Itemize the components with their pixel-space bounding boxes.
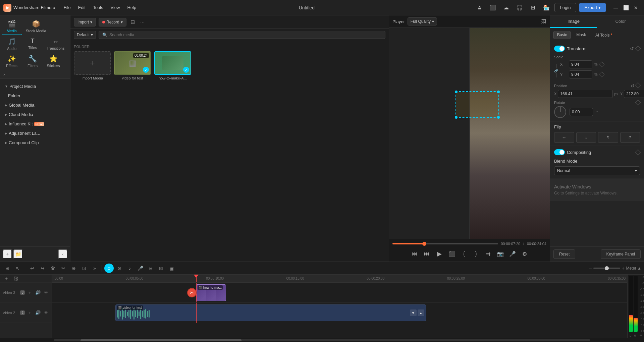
maximize-button[interactable]: ⬜ bbox=[621, 3, 631, 12]
progress-thumb[interactable] bbox=[422, 242, 426, 246]
selection-box[interactable] bbox=[455, 91, 499, 118]
list-item[interactable]: ✓ how-to-make-A... bbox=[154, 51, 191, 80]
audio-end-btn-1[interactable]: ▼ bbox=[410, 309, 417, 316]
video3-eye-button[interactable]: 👁 bbox=[43, 289, 49, 296]
export-button[interactable]: Export ▾ bbox=[579, 3, 606, 12]
play-pause-button[interactable]: ▶ bbox=[434, 248, 445, 260]
undo-button[interactable]: ↩ bbox=[28, 264, 37, 273]
selection-handle-tl[interactable] bbox=[455, 91, 458, 93]
snapshot-button[interactable]: 📷 bbox=[495, 249, 505, 259]
tab-stickers[interactable]: ⭐ Stickers bbox=[43, 53, 63, 69]
delete-button[interactable]: 🗑 bbox=[48, 264, 58, 273]
video-thumbnail-2[interactable]: ✓ bbox=[154, 51, 191, 75]
skip-back-button[interactable]: ⏮ bbox=[410, 249, 420, 259]
link-track-button[interactable]: ⛓ bbox=[12, 275, 19, 282]
rotate-input[interactable] bbox=[570, 108, 593, 116]
nav-item-influence-kit[interactable]: ▶ Influence Kit NEW bbox=[1, 119, 69, 128]
meter-label[interactable]: Meter ▲ bbox=[626, 266, 641, 271]
tab-media[interactable]: 🎬 Media bbox=[2, 18, 22, 35]
position-x-input[interactable] bbox=[558, 90, 613, 98]
video-thumbnail-1[interactable]: 00:00:24 ▦ ✓ bbox=[114, 51, 151, 75]
menu-edit[interactable]: Edit bbox=[75, 3, 89, 12]
scale-x-input[interactable] bbox=[569, 60, 592, 68]
position-y-input[interactable] bbox=[624, 90, 644, 98]
scale-y-input[interactable] bbox=[569, 70, 592, 78]
subtitle-button[interactable]: ⊟ bbox=[146, 264, 155, 273]
narration-button[interactable]: 🎤 bbox=[136, 264, 145, 273]
audio-end-btn-2[interactable]: ▲ bbox=[418, 309, 424, 316]
menu-help[interactable]: Help bbox=[124, 3, 140, 12]
monitor-icon[interactable]: 🖥 bbox=[474, 2, 485, 13]
crop-button[interactable]: ⊡ bbox=[79, 264, 89, 273]
progress-track[interactable] bbox=[392, 243, 498, 244]
multicam-button[interactable]: ⊠ bbox=[156, 264, 166, 273]
list-item[interactable]: 00:00:24 ▦ ✓ video for test bbox=[114, 51, 151, 80]
transform-reset-button[interactable]: ↺ bbox=[630, 46, 634, 51]
close-button[interactable]: ✕ bbox=[631, 3, 641, 12]
nav-item-cloud-media[interactable]: ▶ Cloud Media bbox=[1, 110, 69, 119]
import-placeholder[interactable]: + bbox=[74, 51, 111, 75]
select-tool-button[interactable]: ↖ bbox=[13, 264, 22, 273]
filter-sort-button[interactable]: ⊟ bbox=[129, 17, 136, 26]
tab-effects[interactable]: ✨ Effects bbox=[2, 53, 22, 69]
video2-volume-button[interactable]: 🔊 bbox=[35, 309, 41, 316]
tab-image[interactable]: Image bbox=[550, 15, 597, 28]
subtab-mask[interactable]: Mask bbox=[573, 31, 590, 39]
nav-item-global-media[interactable]: ▶ Global Media bbox=[1, 101, 69, 110]
tabs-expand-button[interactable]: › bbox=[2, 70, 6, 78]
voiceover-button[interactable]: 🎤 bbox=[507, 249, 518, 259]
motion-button[interactable]: ⊛ bbox=[115, 264, 124, 273]
login-button[interactable]: Login bbox=[554, 3, 577, 12]
flip-rotate-right-button[interactable]: ↱ bbox=[620, 132, 640, 143]
blend-mode-select[interactable]: Normal ▾ bbox=[554, 166, 640, 175]
nav-item-adjustment-layer[interactable]: ▶ Adjustment La... bbox=[1, 129, 69, 138]
zoom-slider[interactable] bbox=[593, 268, 620, 269]
tab-audio[interactable]: 🎵 Audio bbox=[2, 36, 22, 52]
subtab-basic[interactable]: Basic bbox=[553, 31, 571, 39]
audio-clip-1[interactable]: 🎬 video for test bbox=[115, 304, 426, 321]
new-track-button[interactable]: ＋ bbox=[3, 249, 12, 259]
selection-handle-bl[interactable] bbox=[455, 116, 458, 119]
transform-btn[interactable]: ⊙ bbox=[104, 264, 114, 273]
rotate-dial[interactable] bbox=[554, 106, 566, 118]
rotate-keyframe[interactable] bbox=[635, 100, 641, 106]
nav-item-compound-clip[interactable]: ▶ Compound Clip bbox=[1, 138, 69, 147]
list-item[interactable]: + Import Media bbox=[74, 51, 111, 80]
group-button[interactable]: ⊕ bbox=[69, 264, 78, 273]
scroll-thumb[interactable] bbox=[80, 339, 241, 341]
flip-rotate-left-button[interactable]: ↰ bbox=[598, 132, 618, 143]
timeline-grid-button[interactable]: ⊞ bbox=[3, 264, 12, 273]
collapse-panel-button[interactable]: ‹ bbox=[58, 249, 67, 259]
playhead[interactable] bbox=[196, 275, 197, 282]
video-clip-1[interactable]: 🎬 how-to-ma... bbox=[196, 284, 226, 301]
menu-view[interactable]: View bbox=[107, 3, 123, 12]
selection-handle-tr[interactable] bbox=[497, 91, 500, 93]
minimize-button[interactable]: — bbox=[611, 3, 621, 12]
keyframe-panel-button[interactable]: Keyframe Panel bbox=[601, 249, 641, 259]
preview-snapshot-button[interactable]: 🖼 bbox=[541, 18, 546, 24]
screen-record-button[interactable]: ▣ bbox=[167, 264, 176, 273]
nav-item-folder[interactable]: Folder bbox=[1, 91, 69, 100]
subtab-ai-tools[interactable]: AI Tools ● bbox=[592, 31, 616, 39]
tab-stock-media[interactable]: 📦 Stock Media bbox=[22, 18, 50, 35]
mark-out-button[interactable]: } bbox=[471, 249, 481, 259]
stop-button[interactable]: ⬛ bbox=[447, 249, 457, 259]
step-back-button[interactable]: ⏭ bbox=[422, 249, 432, 259]
record-button[interactable]: Record ▾ bbox=[99, 18, 126, 26]
tab-filters[interactable]: 🔧 Filters bbox=[22, 53, 43, 69]
cut-button[interactable]: ✂ bbox=[59, 264, 68, 273]
scale-x-keyframe[interactable] bbox=[599, 62, 604, 67]
video3-add-button[interactable]: ＋ bbox=[27, 289, 33, 296]
transform-toggle[interactable] bbox=[554, 46, 565, 52]
video3-volume-button[interactable]: 🔊 bbox=[35, 289, 41, 296]
headset-icon[interactable]: 🎧 bbox=[514, 2, 525, 13]
tab-color[interactable]: Color bbox=[597, 15, 644, 28]
more-tools-button[interactable]: » bbox=[90, 264, 99, 273]
clip-nav-button[interactable]: ⇉ bbox=[483, 249, 493, 259]
store-icon[interactable]: 🏪 bbox=[541, 2, 552, 13]
add-video-track-button[interactable]: ＋ bbox=[3, 275, 10, 282]
scroll-track[interactable] bbox=[54, 339, 590, 341]
compositing-keyframe[interactable] bbox=[635, 150, 641, 155]
settings-button[interactable]: ⚙ bbox=[520, 249, 530, 259]
window-icon[interactable]: ⬛ bbox=[487, 2, 498, 13]
